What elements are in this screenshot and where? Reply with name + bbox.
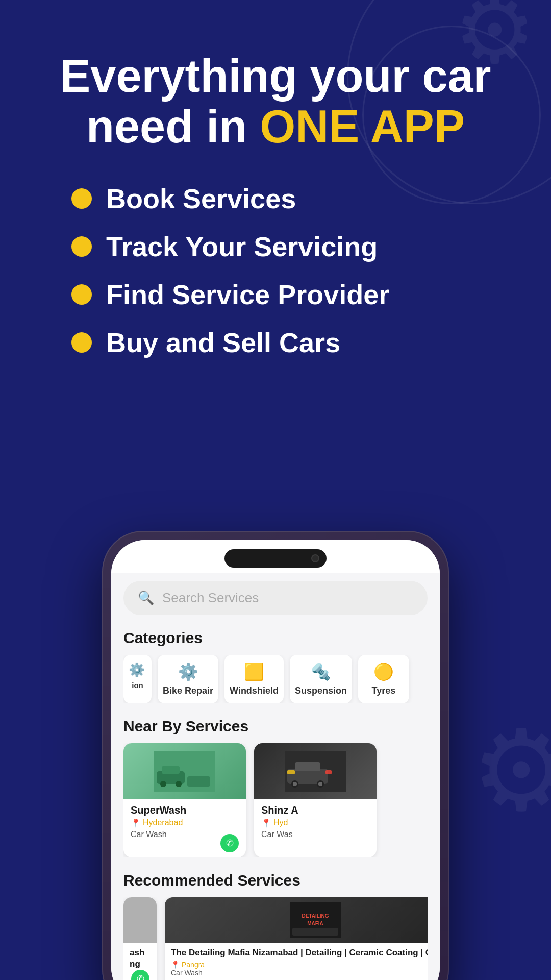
shinz-location: 📍 Hyd bbox=[261, 818, 369, 828]
service-card-shinz[interactable]: Shinz A 📍 Hyd Car Was bbox=[254, 743, 377, 857]
category-item-suspension[interactable]: 🔩 Suspension bbox=[290, 655, 352, 703]
detailing-pin-icon: 📍 bbox=[171, 961, 180, 969]
shinz-img-placeholder bbox=[254, 743, 377, 799]
detailing-mafia-type: Car Wash bbox=[171, 969, 428, 977]
windshield-label: Windshield bbox=[230, 685, 279, 696]
hero-title: Everything your car need in ONE APP bbox=[41, 51, 510, 152]
feature-item-buy: Buy and Sell Cars bbox=[71, 327, 480, 358]
notch-pill bbox=[224, 549, 327, 568]
hero-title-highlight: ONE APP bbox=[260, 101, 465, 152]
svg-rect-13 bbox=[287, 770, 295, 774]
superwash-name: SuperWash bbox=[131, 804, 239, 816]
bike-repair-label: Bike Repair bbox=[163, 685, 213, 696]
svg-text:MAFIA: MAFIA bbox=[307, 921, 323, 926]
feature-dot-track bbox=[71, 236, 92, 257]
cat-label-partial: ion bbox=[129, 681, 146, 690]
feature-dot-buy bbox=[71, 332, 92, 353]
tyres-icon: 🟡 bbox=[373, 662, 394, 681]
nearby-section: Near By Services bbox=[123, 718, 428, 857]
phone-mockup: 🔍 Search Services Categories ⚙️ ion bbox=[102, 531, 449, 980]
svg-point-3 bbox=[160, 781, 166, 787]
bike-repair-icon: ⚙️ bbox=[178, 662, 198, 681]
rec-img-partial-left bbox=[123, 897, 157, 943]
shinz-image bbox=[254, 743, 377, 799]
location-pin-icon: 📍 bbox=[131, 818, 141, 828]
feature-text-track: Track Your Servicing bbox=[106, 231, 378, 262]
feature-dot-find bbox=[71, 284, 92, 305]
detailing-mafia-name: The Detailing Mafia Nizamabad | Detailin… bbox=[171, 947, 428, 959]
feature-dot-book bbox=[71, 188, 92, 209]
detailing-mafia-body: The Detailing Mafia Nizamabad | Detailin… bbox=[165, 943, 428, 980]
whatsapp-icon-partial: ✆ bbox=[137, 973, 144, 980]
phone-content: 🔍 Search Services Categories ⚙️ ion bbox=[111, 573, 440, 980]
superwash-img-placeholder bbox=[123, 743, 246, 799]
svg-point-10 bbox=[293, 782, 297, 786]
svg-point-12 bbox=[318, 782, 322, 786]
svg-rect-2 bbox=[162, 766, 180, 774]
phone-outer: 🔍 Search Services Categories ⚙️ ion bbox=[102, 531, 449, 980]
feature-text-find: Find Service Provider bbox=[106, 279, 389, 310]
hero-title-line2: need in bbox=[86, 101, 260, 152]
tyres-label: Tyres bbox=[372, 685, 396, 696]
feature-text-book: Book Services bbox=[106, 183, 296, 214]
phone-inner: 🔍 Search Services Categories ⚙️ ion bbox=[111, 540, 440, 980]
svg-text:DETAILING: DETAILING bbox=[302, 913, 329, 919]
svg-rect-18 bbox=[292, 928, 338, 936]
recommended-row: ashng ✆ DETAILING bbox=[123, 897, 428, 980]
category-item-windshield[interactable]: 🟨 Windshield bbox=[224, 655, 284, 703]
superwash-image bbox=[123, 743, 246, 799]
svg-rect-8 bbox=[295, 762, 320, 771]
nearby-title: Near By Services bbox=[123, 718, 428, 735]
rec-card-partial-left[interactable]: ashng ✆ bbox=[123, 897, 157, 980]
hero-section: Everything your car need in ONE APP Book… bbox=[0, 0, 551, 405]
car-wash-svg bbox=[154, 751, 215, 792]
rec-partial-name: ashng bbox=[130, 947, 151, 970]
bmw-svg bbox=[285, 751, 346, 792]
bg-gear-2: ⚙ bbox=[471, 715, 551, 827]
windshield-icon: 🟨 bbox=[244, 662, 264, 681]
detailing-city: Pangra bbox=[182, 961, 205, 969]
feature-item-track: Track Your Servicing bbox=[71, 231, 480, 262]
feature-item-find: Find Service Provider bbox=[71, 279, 480, 310]
shinz-type: Car Was bbox=[261, 830, 369, 839]
shinz-pin-icon: 📍 bbox=[261, 818, 271, 828]
feature-item-book: Book Services bbox=[71, 183, 480, 214]
search-placeholder: Search Services bbox=[162, 590, 259, 606]
cat-icon-partial: ⚙️ bbox=[129, 662, 146, 678]
suspension-label: Suspension bbox=[295, 685, 347, 696]
category-item-tyres[interactable]: 🟡 Tyres bbox=[358, 655, 409, 703]
superwash-city: Hyderabad bbox=[143, 818, 183, 827]
feature-list: Book Services Track Your Servicing Find … bbox=[41, 183, 510, 358]
superwash-location: 📍 Hyderabad bbox=[131, 818, 239, 828]
search-icon: 🔍 bbox=[138, 590, 154, 606]
nearby-row: SuperWash 📍 Hyderabad Car Wash ✆ bbox=[123, 743, 428, 857]
category-item-partial-left[interactable]: ⚙️ ion bbox=[123, 655, 152, 703]
category-item-bike-repair[interactable]: ⚙️ Bike Repair bbox=[158, 655, 218, 703]
detailing-svg: DETAILING MAFIA bbox=[290, 902, 341, 938]
recommended-section: Recommended Services ashng ✆ bbox=[123, 872, 428, 980]
recommended-title: Recommended Services bbox=[123, 872, 428, 889]
shinz-city: Hyd bbox=[273, 818, 288, 827]
categories-section: Categories ⚙️ ion ⚙️ Bike Repair bbox=[123, 629, 428, 703]
categories-title: Categories bbox=[123, 629, 428, 647]
svg-point-4 bbox=[176, 781, 182, 787]
notch-camera bbox=[311, 554, 319, 562]
whatsapp-icon: ✆ bbox=[226, 838, 234, 849]
service-card-superwash[interactable]: SuperWash 📍 Hyderabad Car Wash ✆ bbox=[123, 743, 246, 857]
svg-rect-5 bbox=[187, 776, 210, 787]
detailing-mafia-image: DETAILING MAFIA bbox=[165, 897, 428, 943]
rec-card-detailing-mafia[interactable]: DETAILING MAFIA The Detailing Mafia Niza… bbox=[165, 897, 428, 980]
feature-text-buy: Buy and Sell Cars bbox=[106, 327, 340, 358]
phone-notch bbox=[111, 540, 440, 573]
shinz-name: Shinz A bbox=[261, 804, 369, 816]
search-bar[interactable]: 🔍 Search Services bbox=[123, 581, 428, 615]
categories-row: ⚙️ ion ⚙️ Bike Repair 🟨 Windshield bbox=[123, 655, 428, 703]
svg-rect-14 bbox=[325, 770, 332, 774]
detailing-mafia-location: 📍 Pangra bbox=[171, 961, 428, 969]
superwash-whatsapp-button[interactable]: ✆ bbox=[220, 834, 239, 852]
suspension-icon: 🔩 bbox=[311, 662, 331, 681]
hero-title-line1: Everything your car bbox=[60, 51, 491, 102]
shinz-body: Shinz A 📍 Hyd Car Was bbox=[254, 799, 377, 857]
